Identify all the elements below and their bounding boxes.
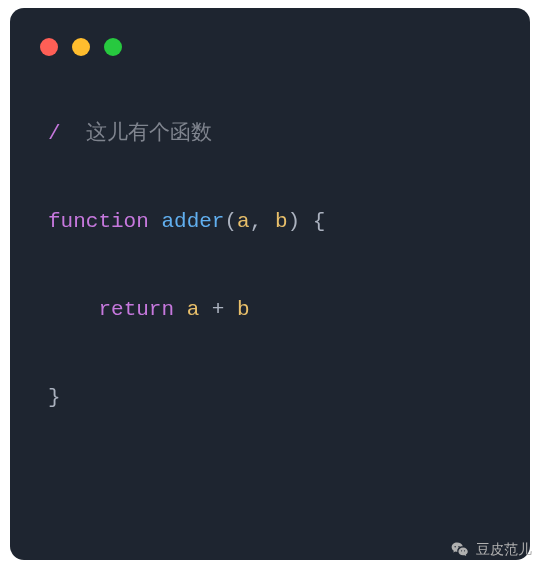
indent [48,298,98,321]
function-name-adder: adder [161,210,224,233]
brace-open: { [300,210,325,233]
code-window: / 这儿有个函数 function adder(a, b) { return a… [10,8,530,560]
space [174,298,187,321]
watermark-text: 豆皮范儿 [476,541,532,559]
zoom-icon[interactable] [104,38,122,56]
paren-close: ) [288,210,301,233]
space [149,210,162,233]
param-b: b [275,210,288,233]
comment-space [61,122,86,145]
traffic-lights [40,38,122,56]
plus-op: + [199,298,237,321]
comment-slash: / [48,122,61,145]
keyword-return: return [98,298,174,321]
paren-open: ( [224,210,237,233]
wechat-icon [450,540,470,560]
var-a: a [187,298,200,321]
keyword-function: function [48,210,149,233]
watermark: 豆皮范儿 [450,540,532,560]
comment-text-1: 这儿有个函数 [86,122,212,145]
code-block: / 这儿有个函数 function adder(a, b) { return a… [48,112,492,560]
param-a: a [237,210,250,233]
minimize-icon[interactable] [72,38,90,56]
comma: , [250,210,275,233]
close-icon[interactable] [40,38,58,56]
brace-close: } [48,386,61,409]
var-b: b [237,298,250,321]
